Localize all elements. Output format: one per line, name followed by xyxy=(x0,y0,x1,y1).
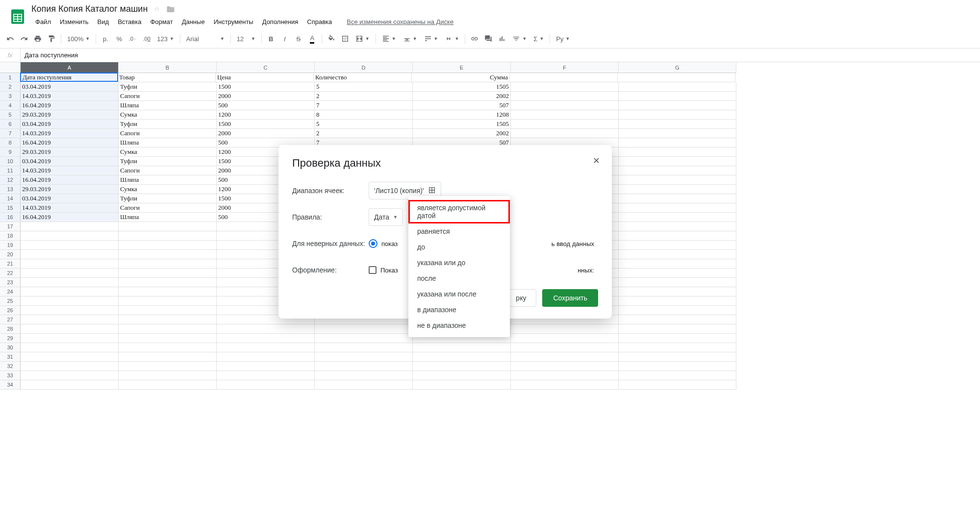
row-header[interactable]: 21 xyxy=(0,259,21,269)
cell[interactable]: 5 xyxy=(315,120,413,129)
cell[interactable] xyxy=(619,148,736,157)
cell[interactable]: Шляпа xyxy=(119,101,217,110)
chart-icon[interactable] xyxy=(496,32,508,45)
cell[interactable] xyxy=(413,352,511,362)
input-language-dropdown[interactable]: Ру▼ xyxy=(553,32,573,45)
row-header[interactable]: 29 xyxy=(0,334,21,343)
cell[interactable]: Сапоги xyxy=(119,129,217,138)
rotate-dropdown[interactable]: ▼ xyxy=(442,32,462,45)
cell[interactable] xyxy=(217,380,315,390)
cell[interactable] xyxy=(619,241,736,250)
save-status[interactable]: Все изменения сохранены на Диске xyxy=(343,16,457,27)
column-header-E[interactable]: E xyxy=(413,62,511,73)
cell[interactable] xyxy=(619,324,736,334)
cell[interactable] xyxy=(619,129,736,138)
cell[interactable] xyxy=(21,287,119,296)
cell[interactable]: 1208 xyxy=(413,110,511,120)
cell[interactable] xyxy=(21,259,119,269)
cell[interactable] xyxy=(217,362,315,371)
remove-validation-button[interactable]: рку xyxy=(505,289,536,307)
row-header[interactable]: 23 xyxy=(0,278,21,287)
row-header[interactable]: 3 xyxy=(0,92,21,101)
cell[interactable]: Сумка xyxy=(119,185,217,194)
cell[interactable]: 14.03.2019 xyxy=(21,166,119,175)
row-header[interactable]: 17 xyxy=(0,222,21,231)
number-format-dropdown[interactable]: 123▼ xyxy=(154,32,177,45)
option-between[interactable]: в диапазоне xyxy=(408,302,510,318)
cell[interactable] xyxy=(619,213,736,222)
cell[interactable]: 03.04.2019 xyxy=(21,157,119,166)
print-icon[interactable] xyxy=(31,32,44,45)
cell[interactable] xyxy=(618,73,735,82)
cell[interactable]: Сапоги xyxy=(119,92,217,101)
option-before[interactable]: до xyxy=(408,239,510,255)
row-header[interactable]: 5 xyxy=(0,110,21,120)
option-on-or-before[interactable]: указана или до xyxy=(408,255,510,271)
decrease-decimal[interactable]: .0← xyxy=(126,32,139,45)
cell[interactable] xyxy=(217,324,315,334)
select-all-corner[interactable] xyxy=(0,62,21,73)
link-icon[interactable] xyxy=(468,32,481,45)
filter-dropdown[interactable]: ▼ xyxy=(509,32,529,45)
cell[interactable] xyxy=(511,82,619,92)
cell[interactable] xyxy=(315,343,413,352)
cell[interactable] xyxy=(21,278,119,287)
cell[interactable] xyxy=(119,334,217,343)
cell[interactable] xyxy=(619,166,736,175)
strikethrough-icon[interactable]: S xyxy=(292,32,305,45)
halign-dropdown[interactable]: ▼ xyxy=(379,32,399,45)
cell[interactable] xyxy=(21,371,119,380)
menu-view[interactable]: Вид xyxy=(94,16,113,27)
row-header[interactable]: 11 xyxy=(0,166,21,175)
cell[interactable] xyxy=(510,73,618,82)
cell[interactable] xyxy=(119,324,217,334)
cell[interactable] xyxy=(413,371,511,380)
column-header-D[interactable]: D xyxy=(315,62,413,73)
cell[interactable]: 1200 xyxy=(217,110,315,120)
cell[interactable] xyxy=(217,343,315,352)
cell[interactable] xyxy=(619,278,736,287)
row-header[interactable]: 15 xyxy=(0,203,21,213)
menu-tools[interactable]: Инструменты xyxy=(210,16,257,27)
cell[interactable] xyxy=(21,296,119,306)
cell[interactable]: Дата поступления xyxy=(20,73,118,82)
cell[interactable] xyxy=(619,352,736,362)
cell[interactable] xyxy=(119,259,217,269)
cell[interactable]: Шляпа xyxy=(119,213,217,222)
save-button[interactable]: Сохранить xyxy=(542,289,598,307)
cell[interactable] xyxy=(119,269,217,278)
increase-decimal[interactable]: .00 xyxy=(140,32,153,45)
cell[interactable] xyxy=(21,324,119,334)
merge-cells-dropdown[interactable]: ▼ xyxy=(352,32,373,45)
cell[interactable]: 29.03.2019 xyxy=(21,110,119,120)
cell[interactable] xyxy=(619,250,736,259)
row-header[interactable]: 25 xyxy=(0,296,21,306)
cell[interactable] xyxy=(21,250,119,259)
cell[interactable] xyxy=(119,241,217,250)
row-header[interactable]: 31 xyxy=(0,352,21,362)
cell[interactable] xyxy=(315,324,413,334)
menu-insert[interactable]: Вставка xyxy=(114,16,145,27)
cell[interactable] xyxy=(511,371,619,380)
option-after[interactable]: после xyxy=(408,271,510,286)
row-header[interactable]: 20 xyxy=(0,250,21,259)
cell[interactable] xyxy=(217,334,315,343)
cell[interactable]: 16.04.2019 xyxy=(21,138,119,148)
cell[interactable] xyxy=(119,287,217,296)
row-header[interactable]: 34 xyxy=(0,380,21,390)
cell[interactable]: 1505 xyxy=(413,120,511,129)
cell[interactable] xyxy=(619,138,736,148)
paint-format-icon[interactable] xyxy=(45,32,58,45)
cell[interactable] xyxy=(413,362,511,371)
cell[interactable] xyxy=(21,343,119,352)
cell[interactable] xyxy=(511,334,619,343)
cell[interactable] xyxy=(619,157,736,166)
formula-input[interactable]: Дата поступления xyxy=(21,51,980,59)
cell[interactable] xyxy=(413,343,511,352)
row-header[interactable]: 16 xyxy=(0,213,21,222)
row-header[interactable]: 4 xyxy=(0,101,21,110)
row-header[interactable]: 33 xyxy=(0,371,21,380)
fill-color-icon[interactable] xyxy=(325,32,338,45)
cell[interactable] xyxy=(619,82,736,92)
cell[interactable]: Цена xyxy=(216,73,314,82)
